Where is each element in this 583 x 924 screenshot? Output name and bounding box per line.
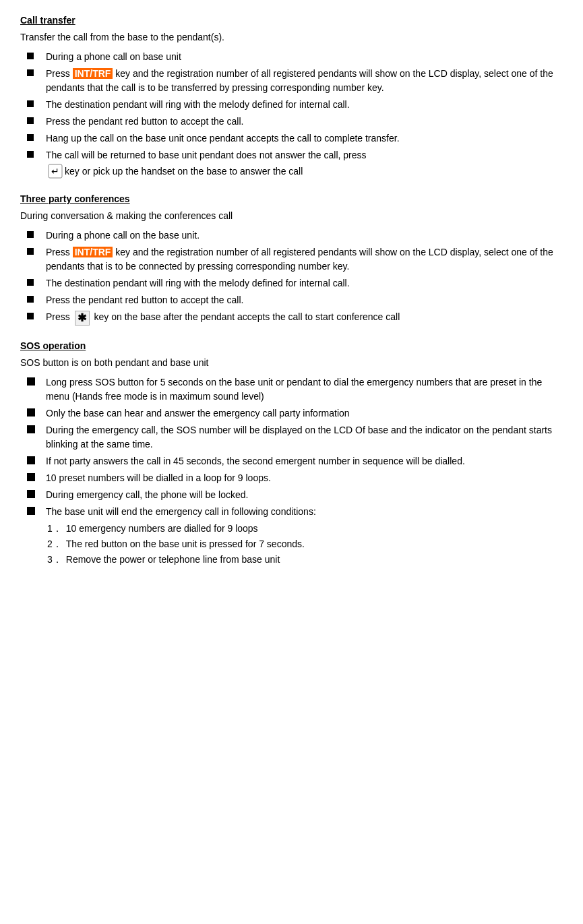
list-item: The destination pendant will ring with t… <box>20 276 563 290</box>
bullet-icon <box>27 456 35 464</box>
item-text: Press INT/TRF key and the registration n… <box>46 245 563 274</box>
list-item: The base unit will end the emergency cal… <box>20 505 563 568</box>
list-item: Only the base can hear and answer the em… <box>20 406 563 421</box>
list-item: The destination pendant will ring with t… <box>20 98 563 112</box>
bullet-icon <box>27 151 34 158</box>
item-text: Press INT/TRF key and the registration n… <box>46 67 563 95</box>
list-item: Press INT/TRF key and the registration n… <box>20 67 563 95</box>
list-item: The call will be returned to base unit p… <box>20 148 563 179</box>
call-transfer-intro: Transfer the call from the base to the p… <box>20 30 563 44</box>
list-item: Hang up the call on the base unit once p… <box>20 131 563 146</box>
item-text: During the emergency call, the SOS numbe… <box>46 423 563 452</box>
list-item: Press the pendant red button to accept t… <box>20 293 563 307</box>
list-item: Press the pendant red button to accept t… <box>20 115 563 129</box>
list-item: During a phone call on the base unit. <box>20 228 563 243</box>
item-text: Press ✱ key on the base after the pendan… <box>46 310 563 325</box>
list-item: 10 preset numbers will be dialled in a l… <box>20 471 563 485</box>
svg-text:↵: ↵ <box>51 166 59 177</box>
num-label: 1． <box>47 522 62 536</box>
item-text: During a phone call on base unit <box>46 50 563 64</box>
numbered-sub-list: 1． 10 emergency numbers are dialled for … <box>27 522 305 568</box>
bullet-icon <box>27 53 34 59</box>
sos-title: SOS operation <box>20 339 563 353</box>
bullet-icon <box>27 507 35 515</box>
list-item: During emergency call, the phone will be… <box>20 488 563 502</box>
three-party-section: Three party conferences During conversat… <box>20 192 563 325</box>
bullet-icon <box>27 134 34 141</box>
star-key-icon: ✱ <box>75 311 90 326</box>
bullet-icon <box>27 117 34 124</box>
item-text: The destination pendant will ring with t… <box>46 276 563 290</box>
list-item: During a phone call on base unit <box>20 50 563 64</box>
item-text: The base unit will end the emergency cal… <box>46 505 316 519</box>
bullet-icon <box>27 425 35 433</box>
item-text: Long press SOS button for 5 seconds on t… <box>46 375 563 404</box>
bullet-icon <box>27 377 35 386</box>
sos-intro: SOS button is on both pendant and base u… <box>20 356 563 370</box>
item-text: Press the pendant red button to accept t… <box>46 293 563 307</box>
bullet-icon <box>27 313 34 319</box>
call-transfer-title: Call transfer <box>20 13 563 28</box>
bullet-icon <box>27 408 35 417</box>
numbered-item-text: Remove the power or telephone line from … <box>66 553 280 567</box>
numbered-item-text: The red button on the base unit is press… <box>66 537 305 551</box>
item-text: Hang up the call on the base unit once p… <box>46 131 563 146</box>
numbered-list-item: 1． 10 emergency numbers are dialled for … <box>40 522 305 536</box>
item-text: 10 preset numbers will be dialled in a l… <box>46 471 563 485</box>
speaker-subtext: key or pick up the handset on the base t… <box>65 164 303 179</box>
call-transfer-section: Call transfer Transfer the call from the… <box>20 13 563 179</box>
list-item: Press ✱ key on the base after the pendan… <box>20 310 563 325</box>
item-text: If not party answers the call in 45 seco… <box>46 454 563 468</box>
three-party-title: Three party conferences <box>20 192 563 206</box>
item-text: The call will be returned to base unit p… <box>46 148 367 162</box>
numbered-list-item: 2． The red button on the base unit is pr… <box>40 537 305 551</box>
three-party-intro: During conversation & making the confere… <box>20 209 563 223</box>
sos-list: Long press SOS button for 5 seconds on t… <box>20 375 563 568</box>
item-text: Only the base can hear and answer the em… <box>46 406 563 421</box>
int-trf-highlight: INT/TRF <box>73 68 113 79</box>
speaker-icon: ↵ <box>48 164 63 179</box>
bullet-icon <box>27 279 34 286</box>
list-item: Long press SOS button for 5 seconds on t… <box>20 375 563 404</box>
numbered-item-text: 10 emergency numbers are dialled for 9 l… <box>66 522 258 536</box>
call-transfer-list: During a phone call on base unit Press I… <box>20 50 563 179</box>
list-item: Press INT/TRF key and the registration n… <box>20 245 563 274</box>
bullet-icon <box>27 490 35 498</box>
bullet-icon <box>27 473 35 481</box>
sos-section: SOS operation SOS button is on both pend… <box>20 339 563 568</box>
list-item: During the emergency call, the SOS numbe… <box>20 423 563 452</box>
bullet-icon <box>27 231 34 238</box>
item-text: Press the pendant red button to accept t… <box>46 115 563 129</box>
num-label: 2． <box>47 537 62 551</box>
int-trf-highlight: INT/TRF <box>73 247 113 257</box>
numbered-list-item: 3． Remove the power or telephone line fr… <box>40 553 305 567</box>
bullet-icon <box>27 248 34 255</box>
item-text: During a phone call on the base unit. <box>46 228 563 243</box>
three-party-list: During a phone call on the base unit. Pr… <box>20 228 563 325</box>
bullet-icon <box>27 296 34 303</box>
num-label: 3． <box>47 553 62 567</box>
bullet-icon <box>27 100 34 107</box>
list-item: If not party answers the call in 45 seco… <box>20 454 563 468</box>
bullet-icon <box>27 69 34 76</box>
item-text: During emergency call, the phone will be… <box>46 488 563 502</box>
item-text: The destination pendant will ring with t… <box>46 98 563 112</box>
